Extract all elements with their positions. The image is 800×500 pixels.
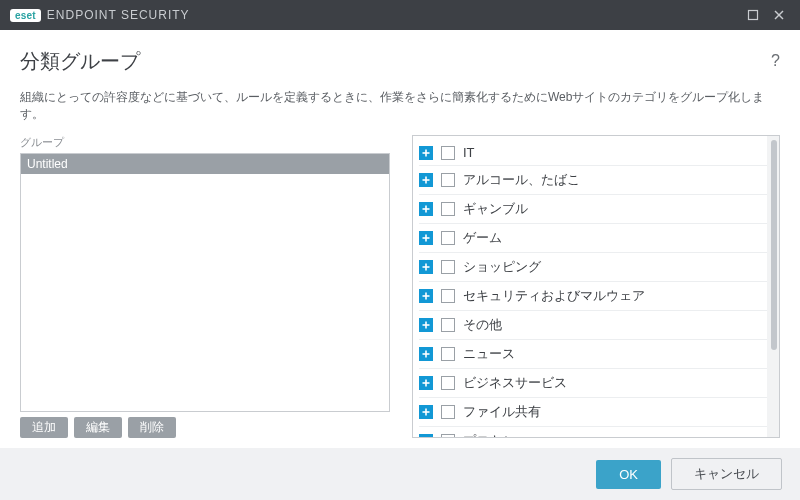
groups-column: グループ Untitled 追加 編集 削除 [20,135,390,438]
help-button[interactable]: ? [771,48,780,70]
category-label: ニュース [463,345,515,363]
delete-group-button[interactable]: 削除 [128,417,176,438]
categories-list[interactable]: ITアルコール、たばこギャンブルゲームショッピングセキュリティおよびマルウェアそ… [413,136,767,437]
category-label: ギャンブル [463,200,528,218]
category-label: ビジネスサービス [463,374,567,392]
title-bar: eset ENDPOINT SECURITY [0,0,800,30]
category-row: その他 [419,311,767,340]
category-row: ギャンブル [419,195,767,224]
expand-icon[interactable] [419,318,433,332]
page-description: 組織にとっての許容度などに基づいて、ルールを定義するときに、作業をさらに簡素化す… [20,89,780,123]
svg-rect-0 [749,11,758,20]
expand-icon[interactable] [419,260,433,274]
category-checkbox[interactable] [441,434,455,437]
expand-icon[interactable] [419,146,433,160]
category-checkbox[interactable] [441,405,455,419]
category-row: ゲーム [419,224,767,253]
category-checkbox[interactable] [441,173,455,187]
category-checkbox[interactable] [441,146,455,160]
category-label: ファイル共有 [463,403,541,421]
groups-label: グループ [20,135,390,150]
category-label: アルコール、たばこ [463,171,580,189]
expand-icon[interactable] [419,376,433,390]
category-label: ショッピング [463,258,541,276]
groups-list[interactable]: Untitled [20,153,390,412]
expand-icon[interactable] [419,173,433,187]
scrollbar-thumb[interactable] [771,140,777,350]
category-checkbox[interactable] [441,231,455,245]
category-row: ファイル共有 [419,398,767,427]
expand-icon[interactable] [419,202,433,216]
category-label: プロキシ [463,432,515,437]
brand: eset ENDPOINT SECURITY [10,8,190,22]
cancel-button[interactable]: キャンセル [671,458,782,490]
expand-icon[interactable] [419,434,433,437]
category-checkbox[interactable] [441,347,455,361]
categories-box: ITアルコール、たばこギャンブルゲームショッピングセキュリティおよびマルウェアそ… [412,135,780,438]
close-icon [773,9,785,21]
expand-icon[interactable] [419,289,433,303]
categories-scrollbar[interactable] [767,136,779,437]
maximize-icon [747,9,759,21]
category-row: セキュリティおよびマルウェア [419,282,767,311]
category-row: ビジネスサービス [419,369,767,398]
expand-icon[interactable] [419,347,433,361]
category-label: ゲーム [463,229,502,247]
edit-group-button[interactable]: 編集 [74,417,122,438]
footer-bar: OK キャンセル [0,448,800,500]
category-label: IT [463,145,475,160]
categories-column: ITアルコール、たばこギャンブルゲームショッピングセキュリティおよびマルウェアそ… [412,135,780,438]
category-checkbox[interactable] [441,289,455,303]
brand-product: ENDPOINT SECURITY [47,8,190,22]
category-row: ショッピング [419,253,767,282]
window-close-button[interactable] [766,2,792,28]
content-area: 分類グループ ? 組織にとっての許容度などに基づいて、ルールを定義するときに、作… [0,30,800,448]
window-maximize-button[interactable] [740,2,766,28]
category-row: プロキシ [419,427,767,437]
category-row: IT [419,140,767,166]
category-checkbox[interactable] [441,202,455,216]
add-group-button[interactable]: 追加 [20,417,68,438]
category-checkbox[interactable] [441,376,455,390]
expand-icon[interactable] [419,231,433,245]
page-title: 分類グループ [20,48,771,75]
expand-icon[interactable] [419,405,433,419]
category-label: セキュリティおよびマルウェア [463,287,645,305]
ok-button[interactable]: OK [596,460,661,489]
group-actions: 追加 編集 削除 [20,417,390,438]
group-item[interactable]: Untitled [21,154,389,174]
category-checkbox[interactable] [441,318,455,332]
category-checkbox[interactable] [441,260,455,274]
brand-badge: eset [10,9,41,22]
category-row: アルコール、たばこ [419,166,767,195]
category-row: ニュース [419,340,767,369]
category-label: その他 [463,316,502,334]
